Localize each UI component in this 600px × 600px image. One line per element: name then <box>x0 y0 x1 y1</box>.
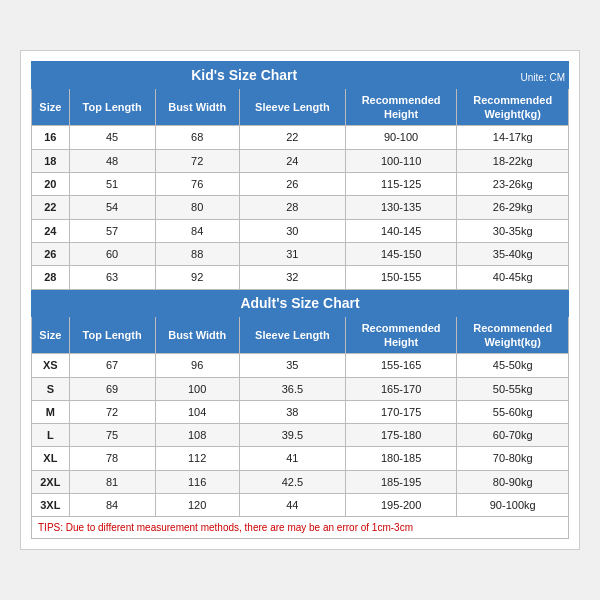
kids-data-cell: 72 <box>155 149 239 172</box>
kids-table-body: 1645682290-10014-17kg18487224100-11018-2… <box>32 126 569 289</box>
adults-data-cell: 90-100kg <box>457 494 569 517</box>
kids-data-cell: 30-35kg <box>457 219 569 242</box>
adults-data-cell: 170-175 <box>345 400 457 423</box>
kids-col-size: Size <box>32 88 70 126</box>
kids-data-cell: 60 <box>69 242 155 265</box>
adults-data-cell: 41 <box>239 447 345 470</box>
kids-table-row: 20517626115-12523-26kg <box>32 173 569 196</box>
adults-size-cell: XL <box>32 447 70 470</box>
kids-data-cell: 92 <box>155 266 239 289</box>
kids-data-cell: 24 <box>239 149 345 172</box>
size-chart-table: Kid's Size Chart Unite: CM Size Top Leng… <box>31 61 569 540</box>
kids-table-row: 24578430140-14530-35kg <box>32 219 569 242</box>
kids-data-cell: 31 <box>239 242 345 265</box>
adults-data-cell: 175-180 <box>345 424 457 447</box>
adults-data-cell: 96 <box>155 354 239 377</box>
kids-title: Kid's Size Chart <box>32 61 457 88</box>
adults-table-row: S6910036.5165-17050-55kg <box>32 377 569 400</box>
adults-title-row: Adult's Size Chart <box>32 289 569 316</box>
kids-data-cell: 115-125 <box>345 173 457 196</box>
adults-data-cell: 75 <box>69 424 155 447</box>
kids-data-cell: 26 <box>239 173 345 196</box>
kids-data-cell: 26-29kg <box>457 196 569 219</box>
kids-data-cell: 100-110 <box>345 149 457 172</box>
adults-col-weight: RecommendedWeight(kg) <box>457 316 569 354</box>
kids-data-cell: 30 <box>239 219 345 242</box>
adults-data-cell: 81 <box>69 470 155 493</box>
kids-data-cell: 54 <box>69 196 155 219</box>
kids-size-cell: 20 <box>32 173 70 196</box>
kids-table-row: 1645682290-10014-17kg <box>32 126 569 149</box>
tips-text: TIPS: Due to different measurement metho… <box>32 517 569 539</box>
adults-table-row: XS679635155-16545-50kg <box>32 354 569 377</box>
kids-data-cell: 18-22kg <box>457 149 569 172</box>
size-chart-card: Kid's Size Chart Unite: CM Size Top Leng… <box>20 50 580 551</box>
kids-data-cell: 130-135 <box>345 196 457 219</box>
kids-col-top-length: Top Length <box>69 88 155 126</box>
adults-data-cell: 70-80kg <box>457 447 569 470</box>
kids-data-cell: 35-40kg <box>457 242 569 265</box>
kids-data-cell: 32 <box>239 266 345 289</box>
kids-header-row: Size Top Length Bust Width Sleeve Length… <box>32 88 569 126</box>
adults-data-cell: 42.5 <box>239 470 345 493</box>
adults-col-sleeve-length: Sleeve Length <box>239 316 345 354</box>
kids-table-row: 26608831145-15035-40kg <box>32 242 569 265</box>
adults-data-cell: 116 <box>155 470 239 493</box>
adults-data-cell: 38 <box>239 400 345 423</box>
adults-data-cell: 36.5 <box>239 377 345 400</box>
adults-data-cell: 100 <box>155 377 239 400</box>
kids-size-cell: 24 <box>32 219 70 242</box>
adults-data-cell: 120 <box>155 494 239 517</box>
adults-data-cell: 39.5 <box>239 424 345 447</box>
adults-title: Adult's Size Chart <box>32 289 569 316</box>
kids-data-cell: 23-26kg <box>457 173 569 196</box>
adults-data-cell: 44 <box>239 494 345 517</box>
kids-unit: Unite: CM <box>457 61 569 88</box>
adults-data-cell: 67 <box>69 354 155 377</box>
adults-size-cell: 2XL <box>32 470 70 493</box>
adults-data-cell: 80-90kg <box>457 470 569 493</box>
adults-data-cell: 84 <box>69 494 155 517</box>
kids-data-cell: 76 <box>155 173 239 196</box>
kids-table-row: 28639232150-15540-45kg <box>32 266 569 289</box>
adults-table-body: XS679635155-16545-50kgS6910036.5165-1705… <box>32 354 569 517</box>
kids-size-cell: 28 <box>32 266 70 289</box>
kids-data-cell: 51 <box>69 173 155 196</box>
kids-data-cell: 140-145 <box>345 219 457 242</box>
kids-data-cell: 40-45kg <box>457 266 569 289</box>
adults-table-row: XL7811241180-18570-80kg <box>32 447 569 470</box>
adults-data-cell: 108 <box>155 424 239 447</box>
adults-col-size: Size <box>32 316 70 354</box>
adults-table-row: 3XL8412044195-20090-100kg <box>32 494 569 517</box>
adults-size-cell: L <box>32 424 70 447</box>
kids-data-cell: 68 <box>155 126 239 149</box>
kids-data-cell: 28 <box>239 196 345 219</box>
kids-size-cell: 16 <box>32 126 70 149</box>
adults-data-cell: 60-70kg <box>457 424 569 447</box>
adults-table-row: 2XL8111642.5185-19580-90kg <box>32 470 569 493</box>
adults-size-cell: XS <box>32 354 70 377</box>
adults-col-height: RecommendedHeight <box>345 316 457 354</box>
adults-data-cell: 69 <box>69 377 155 400</box>
adults-col-bust-width: Bust Width <box>155 316 239 354</box>
kids-data-cell: 90-100 <box>345 126 457 149</box>
adults-data-cell: 104 <box>155 400 239 423</box>
adults-data-cell: 35 <box>239 354 345 377</box>
adults-size-cell: 3XL <box>32 494 70 517</box>
adults-data-cell: 155-165 <box>345 354 457 377</box>
adults-data-cell: 78 <box>69 447 155 470</box>
adults-table-row: L7510839.5175-18060-70kg <box>32 424 569 447</box>
kids-col-height: RecommendedHeight <box>345 88 457 126</box>
adults-data-cell: 50-55kg <box>457 377 569 400</box>
kids-col-bust-width: Bust Width <box>155 88 239 126</box>
kids-data-cell: 84 <box>155 219 239 242</box>
adults-data-cell: 185-195 <box>345 470 457 493</box>
tips-row: TIPS: Due to different measurement metho… <box>32 517 569 539</box>
adults-header-row: Size Top Length Bust Width Sleeve Length… <box>32 316 569 354</box>
kids-data-cell: 145-150 <box>345 242 457 265</box>
kids-data-cell: 88 <box>155 242 239 265</box>
kids-size-cell: 18 <box>32 149 70 172</box>
kids-col-sleeve-length: Sleeve Length <box>239 88 345 126</box>
adults-data-cell: 112 <box>155 447 239 470</box>
kids-data-cell: 45 <box>69 126 155 149</box>
